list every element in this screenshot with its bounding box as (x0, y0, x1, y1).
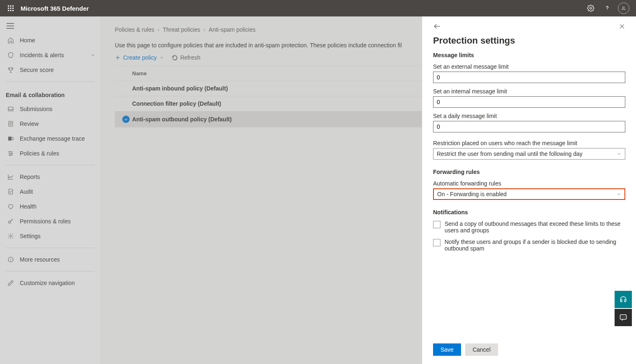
svg-rect-3 (8, 8, 9, 9)
svg-rect-4 (10, 8, 12, 9)
close-button[interactable] (619, 23, 625, 30)
svg-point-42 (624, 317, 625, 317)
user-avatar[interactable]: JL (615, 0, 632, 16)
save-button[interactable]: Save (433, 343, 461, 356)
settings-gear-icon[interactable] (582, 0, 599, 16)
headset-support-button[interactable] (615, 291, 632, 308)
svg-rect-1 (10, 5, 12, 7)
restriction-value: Restrict the user from sending mail unti… (437, 151, 582, 157)
svg-rect-6 (8, 10, 9, 11)
avatar-initials: JL (618, 2, 629, 14)
cancel-button[interactable]: Cancel (465, 343, 498, 356)
panel-title: Protection settings (433, 35, 625, 46)
notify-blocked-checkbox[interactable] (433, 239, 440, 246)
feedback-icon (619, 313, 627, 322)
chevron-down-icon (617, 151, 622, 156)
external-limit-input[interactable] (433, 72, 625, 83)
internal-limit-label: Set an internal message limit (433, 88, 625, 95)
notify-copy-label: Send a copy of outbound messages that ex… (445, 220, 625, 234)
arrow-left-icon (433, 22, 441, 30)
feedback-button[interactable] (615, 309, 632, 326)
app-launcher-icon[interactable] (4, 5, 17, 12)
svg-point-11 (607, 10, 607, 10)
svg-rect-7 (10, 10, 12, 11)
notifications-title: Notifications (433, 209, 625, 216)
headset-icon (619, 295, 627, 304)
message-limits-title: Message limits (433, 52, 625, 58)
svg-point-9 (590, 7, 592, 9)
daily-limit-label: Set a daily message limit (433, 113, 625, 119)
back-button[interactable] (433, 22, 441, 30)
restriction-select[interactable]: Restrict the user from sending mail unti… (433, 148, 625, 160)
help-icon[interactable] (599, 0, 615, 16)
forwarding-select[interactable]: On - Forwarding is enabled (433, 188, 625, 200)
daily-limit-input[interactable] (433, 121, 625, 132)
chevron-down-icon (616, 192, 621, 197)
app-title: Microsoft 365 Defender (21, 5, 89, 12)
forwarding-value: On - Forwarding is enabled (437, 191, 507, 197)
floating-actions (615, 291, 632, 326)
protection-settings-panel: Protection settings Message limits Set a… (422, 16, 636, 364)
forwarding-label: Automatic forwarding rules (433, 180, 625, 187)
external-limit-label: Set an external message limit (433, 63, 625, 70)
svg-point-41 (623, 317, 623, 317)
svg-rect-0 (8, 5, 9, 7)
notify-copy-checkbox[interactable] (433, 221, 440, 228)
svg-rect-8 (12, 10, 14, 11)
internal-limit-input[interactable] (433, 96, 625, 108)
svg-point-40 (622, 317, 622, 317)
forwarding-rules-title: Forwarding rules (433, 169, 625, 175)
restriction-label: Restriction placed on users who reach th… (433, 140, 625, 146)
notify-blocked-label: Notify these users and groups if a sende… (445, 239, 625, 252)
close-icon (619, 23, 625, 30)
svg-rect-5 (12, 8, 14, 9)
app-header: Microsoft 365 Defender JL (0, 0, 636, 16)
svg-rect-2 (12, 5, 14, 7)
